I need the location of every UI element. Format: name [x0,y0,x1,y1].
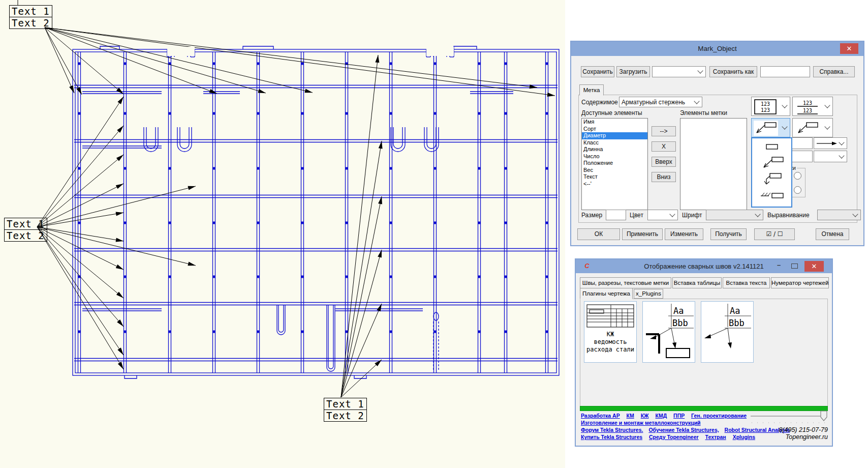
list-item[interactable]: Число [582,153,647,160]
leader-option-ground-line[interactable] [752,187,791,203]
weld-mark-icon: Aa Bbb [701,302,753,362]
list-item[interactable]: Положение [582,160,647,167]
leader-style-combo-open[interactable] [751,118,790,137]
title-bar[interactable]: C Отображение сварных швов v2.141121 – ✕ [576,259,832,273]
cancel-button[interactable]: Отмена [816,228,849,240]
help-button[interactable]: Справка... [813,66,855,77]
leader-option-plain-frame[interactable] [752,138,791,155]
list-item[interactable]: Вес [582,167,647,174]
available-elements-label: Доступные элементы [581,109,642,116]
size-input[interactable] [606,210,626,220]
mark-frame-style-combo[interactable]: 123 123 [751,97,790,116]
align-combo[interactable] [817,210,861,220]
leader-style-combo-2[interactable] [792,118,833,137]
remove-element-button[interactable]: X [652,141,676,152]
link-ppr[interactable]: ППР [673,413,685,419]
preset-name-input[interactable] [760,66,810,77]
modify-button[interactable]: Изменить [665,228,703,240]
load-button[interactable]: Загрузить [616,66,650,77]
list-item[interactable]: Имя [582,119,647,126]
leader-label-top[interactable]: Text 1 Text 2 [9,5,52,29]
list-item-selected[interactable]: Диаметр [582,132,647,139]
tab-insert-table[interactable]: Вставка таблицы [672,277,722,288]
ticks-radio-1[interactable] [794,172,801,180]
svg-text:123: 123 [803,108,812,113]
leader-style-dropdown[interactable] [751,137,792,208]
tab-drawing-plugins[interactable]: Плагины чертежа [580,288,633,299]
get-button[interactable]: Получить [710,228,747,240]
chevron-down-icon [782,102,787,108]
link-gen-design[interactable]: Ген. проектирование [691,413,747,419]
list-item[interactable]: Длинна [582,146,647,153]
title-bar[interactable]: Mark_Object ✕ [571,42,863,56]
list-item[interactable]: Сорт [582,126,647,133]
font-combo[interactable] [706,210,763,220]
svg-text:123: 123 [761,107,770,113]
line-width-input[interactable] [790,151,813,162]
color-combo[interactable] [647,210,678,220]
line-type-combo[interactable] [814,151,847,162]
link-kmd[interactable]: КМД [656,413,667,419]
ok-button[interactable]: ОК [577,228,620,240]
content-combo[interactable]: Арматурный стержень [619,97,702,107]
close-icon[interactable]: ✕ [804,261,824,272]
link-kzh[interactable]: КЖ [641,413,649,419]
list-item[interactable]: Класс [582,139,647,147]
available-elements-list[interactable]: Имя Сорт Диаметр Класс Длинна Число Поло… [581,118,648,210]
welds-dialog[interactable]: C Отображение сварных швов v2.141121 – ✕… [575,258,833,447]
link-razrabotka-ar[interactable]: Разработка АР [581,413,620,419]
chevron-down-icon [839,139,844,145]
toggle-check-button[interactable]: ☑ / ☐ [754,228,795,240]
add-element-button[interactable]: --> [652,126,676,136]
drawing-view[interactable]: Text 1 Text 2 Text 1 Text 2 Text 1 Text … [0,0,565,468]
link-tehtran[interactable]: Техтран [705,434,726,440]
close-icon[interactable]: ✕ [840,43,858,54]
minimize-icon[interactable]: – [777,261,781,269]
tab-welds-sections-marks[interactable]: Швы, разрезы, текстовые метки [580,277,671,288]
move-down-button[interactable]: Вниз [652,172,676,182]
arrow-size-input[interactable] [790,137,813,149]
bent-leader-icon [760,172,784,186]
label-line-1: Text 1 [324,398,366,410]
zoom-slider[interactable] [750,409,831,426]
svg-text:Bbb: Bbb [729,318,745,328]
mark-object-dialog[interactable]: Mark_Object ✕ Сохранить Загрузить Сохран… [570,41,864,246]
plugin-weld-mark-arrows[interactable]: Aa Bbb [701,301,754,363]
leader-option-diagonal-arrow[interactable] [752,155,791,171]
leader-arrows [18,0,555,397]
mark-frame-style-combo-2[interactable]: 123 123 [792,97,833,116]
apply-button[interactable]: Применить [622,228,663,240]
chevron-down-icon [824,102,830,108]
framed-123-icon: 123 123 [754,99,778,115]
plugin-steel-table[interactable]: КЖ ведомость расхода стали [584,301,637,363]
link-buy-tekla[interactable]: Купить Tekla Structures [581,434,642,440]
arrow-type-combo[interactable] [814,137,847,149]
tab-insert-text[interactable]: Вставка текста [723,277,770,288]
leader-option-bent-arrow[interactable] [752,171,791,187]
leader-label-middle[interactable]: Text 1 Text 2 [4,218,47,242]
tab-x-plugins[interactable]: x_Plugins [634,289,663,299]
link-topengineer-env[interactable]: Среду Topengineer [649,434,699,440]
chevron-down-icon [782,124,787,129]
slider-thumb[interactable] [821,411,827,421]
svg-text:ведомость: ведомость [594,338,627,345]
plugin-weld-mark-corner[interactable]: Aa Bbb [642,301,695,363]
leader-label-bottom[interactable]: Text 1 Text 2 [324,398,367,422]
move-up-button[interactable]: Вверх [652,157,676,167]
mark-elements-list[interactable] [680,118,747,210]
link-fabrication[interactable]: Изготовление и монтаж металлоконструкций [581,420,701,426]
mark-elements-label: Элементы метки [680,109,727,116]
link-training-tekla[interactable]: Обучение Tekla Structures, [648,427,719,433]
maximize-icon[interactable] [791,264,798,269]
ticks-radio-2[interactable] [794,186,801,194]
link-forum-tekla[interactable]: Форум Tekla Structures. [581,427,643,433]
link-km[interactable]: КМ [627,413,634,419]
size-label: Размер [581,212,602,219]
save-as-button[interactable]: Сохранить как [709,66,757,77]
tab-drawing-numerator[interactable]: Нумератор чертежей [771,277,829,288]
tab-metka[interactable]: Метка [579,84,604,96]
list-item[interactable]: <--' [582,181,647,188]
save-button[interactable]: Сохранить [581,66,614,77]
preset-combo[interactable] [652,66,706,77]
list-item[interactable]: Текст [582,173,647,181]
